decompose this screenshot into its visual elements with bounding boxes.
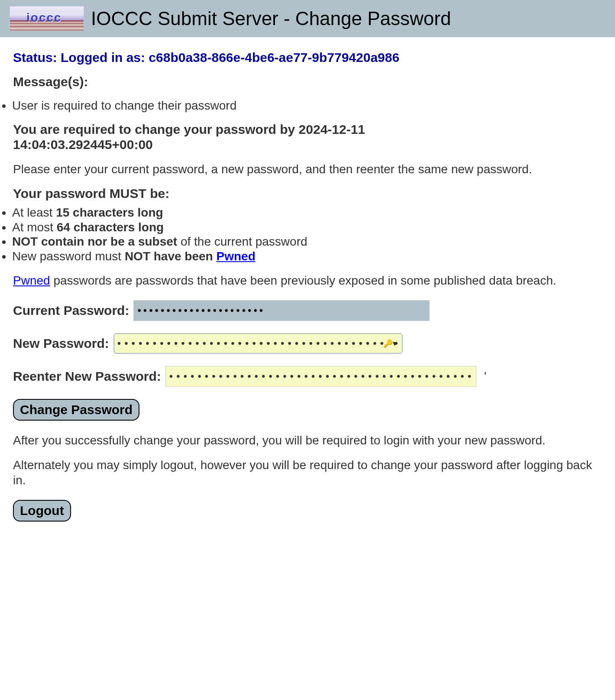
ioccc-logo-image <box>10 6 84 31</box>
status-prefix: Status: Logged in as: <box>13 50 149 65</box>
new-password-input[interactable] <box>113 333 403 354</box>
rule1-bold: 15 characters long <box>56 206 163 219</box>
reenter-password-label: Reenter New Password: <box>13 369 161 384</box>
page-title: IOCCC Submit Server - Change Password <box>91 8 451 29</box>
current-password-label: Current Password: <box>13 303 129 318</box>
after-change-text: After you successfully change your passw… <box>13 433 606 448</box>
rule4-bold: NOT have been <box>125 250 217 263</box>
reenter-password-input[interactable] <box>165 366 476 387</box>
rule-not-pwned: New password must NOT have been Pwned <box>12 249 606 264</box>
new-password-row: New Password: 🔑▾ <box>13 333 606 354</box>
main-content: Status: Logged in as: c68b0a38-866e-4be6… <box>0 38 615 553</box>
rule-max-length: At most 64 characters long <box>12 220 606 235</box>
rule-min-length: At least 15 characters long <box>12 205 606 220</box>
status-user-id: c68b0a38-866e-4be6-ae77-9b779420a986 <box>149 50 399 65</box>
header-bar: IOCCC Submit Server - Change Password <box>0 0 615 38</box>
rule2-bold: 64 characters long <box>57 220 164 234</box>
rule1-prefix: At least <box>12 206 56 219</box>
instruction-text: Please enter your current password, a ne… <box>13 162 606 177</box>
deadline-line2: 14:04:03.292445+00:00 <box>13 137 153 152</box>
messages-heading: Message(s): <box>13 75 606 89</box>
message-item: User is required to change their passwor… <box>12 99 606 113</box>
rule2-prefix: At most <box>12 220 57 234</box>
pwned-explain-text: passwords are passwords that have been p… <box>50 274 557 287</box>
logout-button[interactable]: Logout <box>13 500 71 522</box>
deadline-line1: You are required to change your password… <box>13 122 365 136</box>
pwned-explain: Pwned passwords are passwords that have … <box>13 273 606 288</box>
rule3-suffix: of the current password <box>177 235 307 248</box>
deadline-text: You are required to change your password… <box>13 122 606 152</box>
reenter-password-row: Reenter New Password: ' <box>13 366 606 387</box>
current-password-row: Current Password: <box>13 300 606 321</box>
change-password-button[interactable]: Change Password <box>13 399 139 421</box>
status-line: Status: Logged in as: c68b0a38-866e-4be6… <box>13 50 606 65</box>
new-password-label: New Password: <box>13 336 109 351</box>
current-password-input[interactable] <box>133 300 430 321</box>
rule3-bold: NOT contain nor be a subset <box>12 235 177 248</box>
rules-heading: Your password MUST be: <box>13 186 606 201</box>
messages-list: User is required to change their passwor… <box>2 99 606 113</box>
rules-list: At least 15 characters long At most 64 c… <box>2 205 606 263</box>
cursor-tick: ' <box>484 369 486 383</box>
rule4-prefix: New password must <box>12 250 125 263</box>
rule-no-subset: NOT contain nor be a subset of the curre… <box>12 234 606 249</box>
pwned-link[interactable]: Pwned <box>217 250 256 263</box>
logout-alternate-text: Alternately you may simply logout, howev… <box>13 457 606 488</box>
pwned-link-2[interactable]: Pwned <box>13 274 50 287</box>
